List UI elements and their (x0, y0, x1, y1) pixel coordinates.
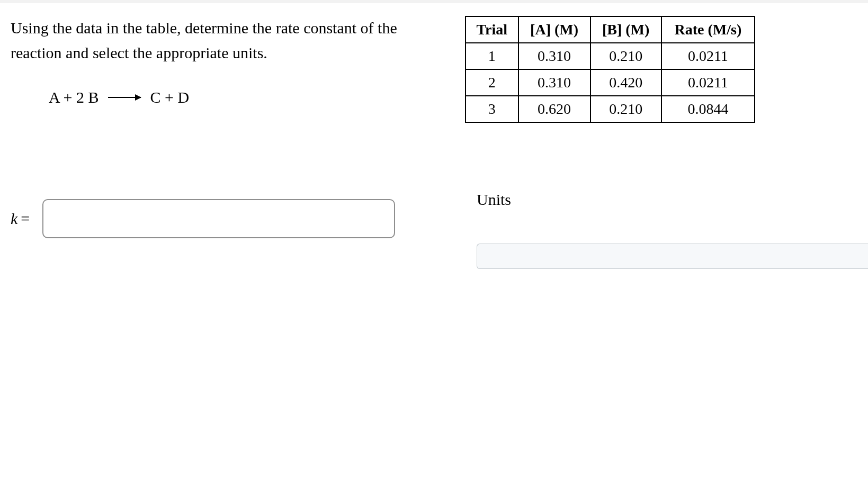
cell-rate: 0.0211 (661, 69, 755, 96)
data-table: Trial [A] (M) [B] (M) Rate (M/s) 1 0.310… (465, 16, 755, 123)
cell-rate: 0.0211 (661, 43, 755, 69)
col-header-trial: Trial (466, 16, 518, 43)
equals-sign: = (21, 210, 30, 228)
col-header-rate: Rate (M/s) (661, 16, 755, 43)
cell-trial: 3 (466, 96, 518, 122)
equation-lhs: A + 2 B (49, 88, 99, 106)
cell-b: 0.210 (590, 96, 661, 122)
k-value-input[interactable] (42, 199, 395, 238)
table-row: 2 0.310 0.420 0.0211 (466, 69, 755, 96)
reaction-arrow-icon (108, 97, 141, 98)
left-column: Using the data in the table, determine t… (11, 16, 434, 106)
table-row: 1 0.310 0.210 0.0211 (466, 43, 755, 69)
col-header-a: [A] (M) (518, 16, 590, 43)
equation-rhs: C + D (150, 88, 189, 106)
cell-trial: 2 (466, 69, 518, 96)
right-column: Trial [A] (M) [B] (M) Rate (M/s) 1 0.310… (465, 16, 857, 123)
k-answer-row: k = (11, 199, 395, 238)
col-header-b: [B] (M) (590, 16, 661, 43)
cell-a: 0.310 (518, 69, 590, 96)
units-select[interactable] (477, 244, 868, 269)
question-page: Using the data in the table, determine t… (0, 0, 868, 485)
question-prompt: Using the data in the table, determine t… (11, 16, 434, 65)
table-row: 3 0.620 0.210 0.0844 (466, 96, 755, 122)
cell-trial: 1 (466, 43, 518, 69)
cell-a: 0.620 (518, 96, 590, 122)
cell-rate: 0.0844 (661, 96, 755, 122)
units-label: Units (477, 191, 511, 209)
k-symbol: k (11, 210, 17, 228)
cell-a: 0.310 (518, 43, 590, 69)
cell-b: 0.420 (590, 69, 661, 96)
cell-b: 0.210 (590, 43, 661, 69)
table-header-row: Trial [A] (M) [B] (M) Rate (M/s) (466, 16, 755, 43)
reaction-equation: A + 2 B C + D (49, 88, 434, 106)
